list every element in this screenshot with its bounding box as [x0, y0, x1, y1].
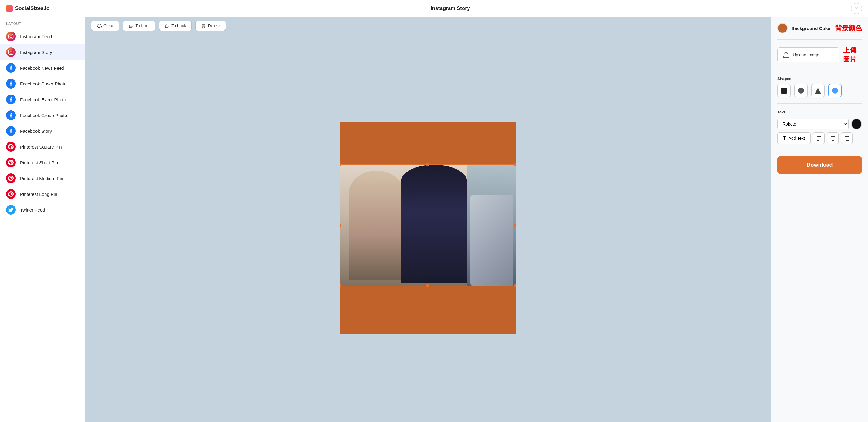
- shapes-section: Shapes: [777, 76, 862, 97]
- align-right-icon: [844, 136, 849, 141]
- close-button[interactable]: ×: [851, 3, 862, 14]
- font-select[interactable]: Roboto Arial Helvetica Times New Roman: [777, 119, 848, 129]
- svg-rect-21: [845, 139, 849, 139]
- square-shape: [781, 88, 787, 94]
- delete-button[interactable]: Delete: [195, 21, 226, 31]
- pinterest-square-pin-label: Pinterest Square Pin: [20, 144, 62, 150]
- sidebar-item-pinterest-long-pin[interactable]: Pinterest Long Pin: [0, 186, 85, 202]
- canvas-top-orange: [340, 122, 516, 165]
- text-section: Text Roboto Arial Helvetica Times New Ro…: [777, 110, 862, 144]
- facebook-group-photo-icon: [6, 110, 16, 120]
- sidebar: LAYOUT Instagram FeedInstagram StoryFace…: [0, 17, 85, 422]
- sidebar-item-instagram-feed[interactable]: Instagram Feed: [0, 29, 85, 44]
- svg-point-4: [10, 51, 12, 53]
- delete-label: Delete: [208, 23, 220, 28]
- shape-triangle-button[interactable]: [811, 84, 825, 97]
- facebook-group-photo-label: Facebook Group Photo: [20, 113, 67, 118]
- upload-section: Upload Image 上傳圖片: [777, 46, 862, 64]
- to-back-button[interactable]: To back: [159, 21, 192, 31]
- svg-rect-13: [817, 139, 820, 139]
- instagram-story-label: Instagram Story: [20, 50, 52, 55]
- svg-point-2: [12, 35, 12, 35]
- right-panel: Background Color 背景顏色 Upload Image 上傳圖片: [771, 17, 868, 422]
- align-center-icon: [830, 136, 835, 141]
- pinterest-short-pin-icon: [6, 158, 16, 167]
- canvas-bottom-orange: [340, 286, 516, 334]
- svg-rect-22: [846, 140, 849, 141]
- pinterest-short-pin-label: Pinterest Short Pin: [20, 160, 58, 165]
- sidebar-item-pinterest-short-pin[interactable]: Pinterest Short Pin: [0, 155, 85, 170]
- sidebar-item-facebook-story[interactable]: Facebook Story: [0, 123, 85, 139]
- pinterest-medium-pin-icon: [6, 173, 16, 183]
- pinterest-square-pin-icon: [6, 142, 16, 152]
- pinterest-long-pin-icon: [6, 189, 16, 199]
- align-left-button[interactable]: [813, 132, 825, 144]
- logo-icon: [6, 5, 13, 12]
- clear-button[interactable]: Clear: [91, 21, 119, 31]
- text-label: Text: [777, 110, 862, 114]
- align-right-button[interactable]: [841, 132, 852, 144]
- to-back-icon: [165, 23, 169, 28]
- canvas-frame[interactable]: [340, 122, 516, 334]
- facebook-cover-photo-icon: [6, 79, 16, 89]
- svg-rect-7: [130, 24, 133, 27]
- refresh-icon: [97, 23, 102, 28]
- pinterest-medium-pin-label: Pinterest Medium Pin: [20, 176, 63, 181]
- svg-rect-20: [846, 138, 849, 138]
- shape-blue-circle-button[interactable]: [828, 84, 842, 97]
- sidebar-item-instagram-story[interactable]: Instagram Story: [0, 44, 85, 60]
- text-color-swatch[interactable]: [851, 119, 862, 129]
- upload-icon: [782, 51, 790, 59]
- circle-shape: [798, 88, 804, 94]
- svg-rect-12: [817, 138, 820, 138]
- download-button[interactable]: Download: [777, 156, 862, 174]
- pinterest-long-pin-label: Pinterest Long Pin: [20, 192, 57, 197]
- facebook-cover-photo-label: Facebook Cover Photo: [20, 81, 66, 87]
- shape-circle-button[interactable]: [794, 84, 808, 97]
- to-front-icon: [129, 23, 133, 28]
- bg-color-label: Background Color: [791, 26, 832, 31]
- upload-label: Upload Image: [793, 53, 819, 57]
- trash-icon: [201, 23, 206, 28]
- svg-rect-3: [9, 50, 13, 55]
- sidebar-item-twitter-feed[interactable]: Twitter Feed: [0, 202, 85, 218]
- canvas-area: Clear To front To back Delete: [85, 17, 771, 422]
- sidebar-item-facebook-group-photo[interactable]: Facebook Group Photo: [0, 107, 85, 123]
- align-left-icon: [816, 136, 821, 141]
- sidebar-item-facebook-news-feed[interactable]: Facebook News Feed: [0, 60, 85, 76]
- page-title: Instagram Story: [431, 5, 470, 11]
- sidebar-item-pinterest-square-pin[interactable]: Pinterest Square Pin: [0, 139, 85, 155]
- bg-color-row: Background Color 背景顏色: [777, 23, 862, 33]
- instagram-story-icon: [6, 47, 16, 57]
- align-center-button[interactable]: [827, 132, 839, 144]
- divider-1: [777, 39, 862, 40]
- add-text-button[interactable]: T Add Text: [777, 132, 811, 144]
- divider-2: [777, 70, 862, 70]
- add-text-icon: T: [783, 135, 786, 141]
- sidebar-item-facebook-event-photo[interactable]: Facebook Event Photo: [0, 92, 85, 107]
- bg-color-chinese: 背景顏色: [835, 24, 862, 33]
- logo-text: SocialSizes.io: [15, 5, 50, 11]
- facebook-news-feed-icon: [6, 63, 16, 73]
- svg-rect-14: [817, 140, 819, 141]
- logo: SocialSizes.io: [6, 5, 50, 12]
- facebook-event-photo-label: Facebook Event Photo: [20, 97, 66, 102]
- sidebar-item-facebook-cover-photo[interactable]: Facebook Cover Photo: [0, 76, 85, 92]
- main-layout: LAYOUT Instagram FeedInstagram StoryFace…: [0, 17, 868, 422]
- svg-point-1: [10, 35, 12, 38]
- upload-chinese: 上傳圖片: [843, 46, 862, 64]
- svg-rect-11: [817, 136, 821, 137]
- upload-button[interactable]: Upload Image: [777, 47, 839, 62]
- twitter-feed-icon: [6, 205, 16, 215]
- facebook-news-feed-label: Facebook News Feed: [20, 65, 64, 71]
- sidebar-item-pinterest-medium-pin[interactable]: Pinterest Medium Pin: [0, 170, 85, 186]
- to-front-button[interactable]: To front: [123, 21, 155, 31]
- blue-circle-shape: [832, 88, 838, 94]
- shapes-row: [777, 84, 862, 97]
- shapes-label: Shapes: [777, 76, 862, 81]
- shape-square-button[interactable]: [777, 84, 790, 97]
- sidebar-section-label: LAYOUT: [0, 22, 85, 29]
- bg-color-swatch[interactable]: [777, 23, 787, 33]
- svg-rect-15: [831, 136, 835, 137]
- svg-rect-17: [831, 139, 835, 139]
